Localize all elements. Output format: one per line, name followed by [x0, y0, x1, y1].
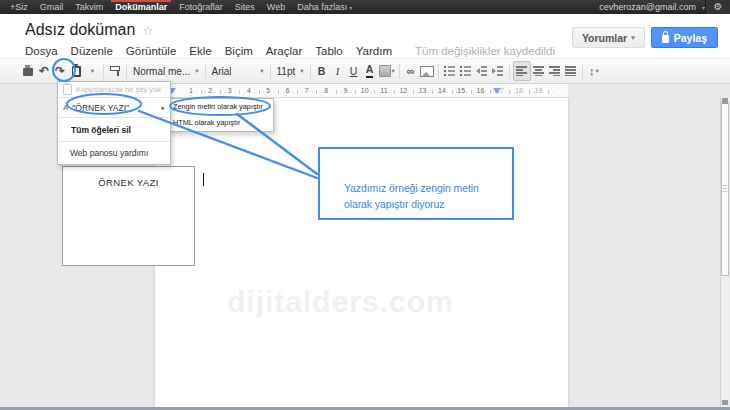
ruler-dot: [254, 92, 255, 93]
ruler-dot: [312, 92, 313, 93]
web-clipboard-dropdown[interactable]: ▾: [84, 61, 100, 81]
settings-gear-button[interactable]: ⚙: [705, 0, 730, 14]
align-left-button[interactable]: [513, 61, 531, 81]
comments-button[interactable]: Yorumlar ▾: [572, 27, 645, 48]
ruler-dot: [244, 92, 245, 93]
highlight-color-button[interactable]: ▾: [378, 61, 396, 81]
font-select[interactable]: Arial▾: [209, 66, 267, 77]
ruler-tick: [548, 90, 549, 94]
ruler-number: 13: [419, 87, 427, 94]
ruler-tick: [316, 90, 317, 94]
ruler-dot: [466, 92, 467, 93]
topbar-item-daha-fazlası[interactable]: Daha fazlası▾: [291, 0, 358, 14]
chevron-down-icon: ▾: [392, 67, 395, 75]
paragraph-style-select[interactable]: Normal me...▾: [130, 66, 202, 77]
document-page[interactable]: dijitalders.com: [155, 97, 568, 407]
menu-item-ornek-yazi[interactable]: A "ÖRNEK YAZI" ▸: [58, 98, 170, 117]
topbar-item-sites[interactable]: Sites: [229, 0, 261, 14]
ruler-number: 5: [266, 87, 270, 94]
ruler-tick: [490, 90, 491, 94]
ruler-dot: [302, 92, 303, 93]
ruler-number: 14: [438, 87, 446, 94]
ruler-number: 7: [305, 87, 309, 94]
topbar-item-+siz[interactable]: +Siz: [4, 0, 34, 14]
topbar-item-takvim[interactable]: Takvim: [69, 0, 109, 14]
ruler-dot: [321, 92, 322, 93]
menu-tablo[interactable]: Tablo: [315, 45, 343, 57]
vertical-scrollbar[interactable]: [720, 97, 729, 407]
numbered-list-icon: [444, 66, 455, 76]
justify-button[interactable]: [563, 61, 579, 81]
ruler-dot: [350, 92, 351, 93]
align-center-icon: [533, 66, 544, 76]
decrease-indent-button[interactable]: [474, 61, 490, 81]
redo-button[interactable]: ↷: [52, 61, 68, 81]
ruler-dot: [505, 92, 506, 93]
ruler-tick: [452, 90, 453, 94]
web-clipboard-button[interactable]: [68, 61, 84, 81]
menu-item-clear-all[interactable]: Tüm öğeleri sil: [58, 118, 170, 141]
menu-yardım[interactable]: Yardım: [356, 45, 392, 57]
menu-item-label: "ÖRNEK YAZI": [72, 103, 129, 113]
menu-item-label: Tüm öğeleri sil: [71, 125, 131, 135]
menu-biçim[interactable]: Biçim: [225, 45, 253, 57]
ruler-number: 11: [380, 87, 387, 94]
align-center-button[interactable]: [531, 61, 547, 81]
star-icon[interactable]: ☆: [142, 23, 154, 38]
annotation-note-box: Yazdımız örneği zengin metin olarak yapı…: [318, 147, 514, 220]
menu-dosya[interactable]: Dosya: [25, 45, 58, 57]
topbar-item-web[interactable]: Web: [261, 0, 291, 14]
bold-button[interactable]: B: [314, 61, 330, 81]
menu-item-clipboard-help[interactable]: Web panosu yardımı: [58, 142, 170, 164]
menu-item-nothing-to-copy: Kopyalanacak bir şey yok: [58, 82, 170, 97]
ruler: 112345678910111213141516171819: [155, 84, 568, 98]
menu-araçlar[interactable]: Araçlar: [266, 45, 302, 57]
paint-format-button[interactable]: [107, 61, 123, 81]
italic-button[interactable]: I: [330, 61, 346, 81]
submenu-item-paste-rich-text[interactable]: Zengin metin olarak yapıştır: [169, 99, 273, 115]
undo-button[interactable]: ↶: [36, 61, 52, 81]
lock-icon: [662, 35, 669, 43]
line-spacing-button[interactable]: ↕▾: [586, 61, 602, 81]
submenu-item-paste-html[interactable]: HTML olarak yapıştır: [169, 115, 273, 131]
toolbar-separator: [509, 64, 510, 79]
topbar-item-dokümanlar[interactable]: Dokümanlar: [109, 0, 173, 14]
insert-link-button[interactable]: ∞: [403, 61, 419, 81]
ruler-tick: [413, 90, 414, 94]
text-cursor: [203, 173, 204, 186]
scrollbar-top-icon[interactable]: [722, 98, 728, 104]
share-button[interactable]: Paylaş: [651, 27, 718, 48]
ruler-tick: [297, 90, 298, 94]
scrollbar-thumb[interactable]: [721, 102, 729, 276]
account-email[interactable]: cevherozan@gmail.com: [595, 2, 700, 12]
ruler-number: 4: [247, 87, 251, 94]
link-icon: ∞: [407, 65, 415, 77]
print-button[interactable]: [20, 61, 36, 81]
gear-icon: ⚙: [714, 2, 723, 12]
underline-button[interactable]: U: [346, 61, 362, 81]
ruler-dot: [331, 92, 332, 93]
increase-indent-button[interactable]: [490, 61, 506, 81]
ruler-number: 8: [324, 87, 328, 94]
menu-düzenle[interactable]: Düzenle: [71, 45, 113, 57]
text-color-button[interactable]: A: [362, 61, 378, 81]
topbar-item-fotoğraflar[interactable]: Fotoğraflar: [173, 0, 229, 14]
scrollbar-grip-icon: [723, 185, 727, 192]
document-title[interactable]: Adsız doküman: [25, 21, 135, 39]
numbered-list-button[interactable]: [442, 61, 458, 81]
apps-bar-account-area: cevherozan@gmail.com ▾ ⚙: [595, 0, 730, 14]
menu-ekle[interactable]: Ekle: [189, 45, 211, 57]
menu-görüntüle[interactable]: Görüntüle: [126, 45, 177, 57]
bulleted-list-button[interactable]: [458, 61, 474, 81]
scrollbar-bottom-icon[interactable]: [722, 400, 728, 405]
increase-indent-icon: [492, 66, 503, 76]
chevron-down-icon: ▾: [195, 67, 198, 75]
insert-image-button[interactable]: [419, 61, 435, 81]
align-right-button[interactable]: [547, 61, 563, 81]
annotation-note-text: Yazdımız örneği zengin metin olarak yapı…: [344, 181, 508, 213]
topbar-item-gmail[interactable]: Gmail: [34, 0, 70, 14]
font-size-select[interactable]: 11pt▾: [274, 66, 307, 77]
menu-item-label: Web panosu yardımı: [70, 148, 148, 158]
decrease-indent-icon: [476, 66, 487, 76]
ruler-number: 17: [496, 87, 504, 94]
